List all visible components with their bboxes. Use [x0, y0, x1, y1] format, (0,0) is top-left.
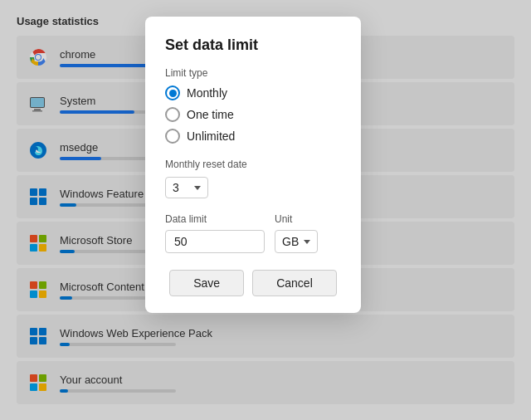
- radio-outer-one-time: [165, 107, 180, 122]
- data-limit-col: Data limit: [165, 213, 265, 253]
- radio-unlimited[interactable]: Unlimited: [165, 129, 341, 144]
- save-button[interactable]: Save: [169, 270, 244, 296]
- unit-value: GB: [282, 235, 299, 248]
- reset-date-select[interactable]: 3: [165, 177, 208, 198]
- radio-label-unlimited: Unlimited: [187, 129, 235, 143]
- radio-monthly[interactable]: Monthly: [165, 85, 341, 100]
- radio-outer-monthly: [165, 85, 180, 100]
- set-data-limit-modal: Set data limit Limit type Monthly One ti…: [145, 17, 361, 313]
- radio-label-monthly: Monthly: [187, 86, 227, 100]
- limit-type-label: Limit type: [165, 67, 341, 79]
- modal-title: Set data limit: [165, 37, 341, 54]
- cancel-button[interactable]: Cancel: [252, 270, 337, 296]
- unit-col: Unit GB: [275, 213, 318, 253]
- unit-label: Unit: [275, 213, 318, 225]
- data-limit-label: Data limit: [165, 213, 265, 225]
- radio-inner-monthly: [169, 90, 177, 97]
- reset-date-chevron-icon: [194, 186, 201, 190]
- reset-date-value: 3: [173, 181, 189, 194]
- unit-chevron-icon: [304, 240, 310, 244]
- reset-date-label: Monthly reset date: [165, 159, 341, 170]
- data-limit-row: Data limit Unit GB: [165, 213, 341, 253]
- radio-one-time[interactable]: One time: [165, 107, 341, 122]
- radio-outer-unlimited: [165, 129, 180, 144]
- unit-select[interactable]: GB: [275, 230, 318, 253]
- radio-label-one-time: One time: [187, 108, 234, 121]
- limit-type-radio-group: Monthly One time Unlimited: [165, 85, 341, 144]
- data-limit-input[interactable]: [165, 230, 265, 253]
- button-row: Save Cancel: [165, 270, 341, 296]
